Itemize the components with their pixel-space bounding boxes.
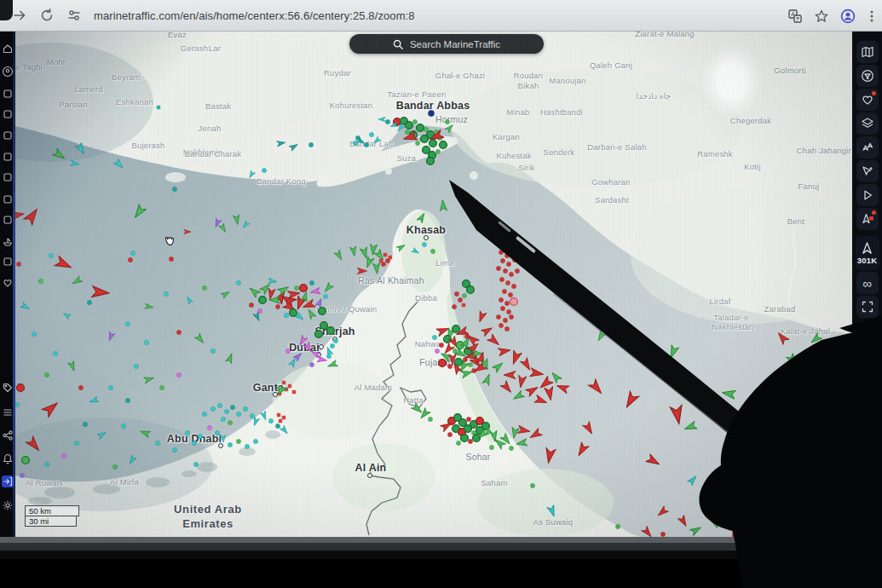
vessel-marker[interactable] — [20, 473, 24, 477]
vessel-marker[interactable] — [259, 297, 267, 304]
vessel-marker[interactable] — [556, 382, 569, 393]
vessel-marker[interactable] — [107, 331, 114, 341]
vessel-marker[interactable] — [236, 280, 240, 285]
vessel-marker[interactable] — [44, 372, 49, 377]
vessel-marker[interactable] — [466, 417, 470, 421]
vessel-marker[interactable] — [428, 110, 435, 118]
vessel-marker[interactable] — [670, 405, 684, 424]
vessel-marker[interactable] — [284, 313, 288, 317]
vessel-marker[interactable] — [159, 385, 164, 389]
vessel-marker[interactable] — [74, 441, 78, 445]
vessel-marker[interactable] — [412, 119, 417, 124]
playback-button[interactable] — [856, 184, 879, 206]
vessel-marker[interactable] — [468, 362, 472, 366]
vessel-marker[interactable] — [444, 336, 452, 343]
vessel-marker[interactable] — [445, 123, 454, 132]
vessel-marker[interactable] — [130, 251, 135, 255]
vessel-marker[interactable] — [516, 375, 526, 388]
vessel-marker[interactable] — [534, 395, 548, 406]
vessel-marker[interactable] — [320, 322, 328, 330]
forward-icon[interactable] — [12, 8, 27, 23]
menu-home-icon[interactable] — [2, 43, 14, 55]
vessel-marker[interactable] — [221, 417, 225, 421]
vessel-marker[interactable] — [53, 351, 57, 355]
vessel-marker[interactable] — [487, 334, 502, 348]
vessel-marker[interactable] — [277, 413, 280, 417]
vessel-marker[interactable] — [821, 363, 828, 373]
vessel-marker[interactable] — [508, 292, 512, 297]
vessel-marker[interactable] — [241, 221, 250, 229]
vessel-marker[interactable] — [447, 432, 452, 436]
vessel-marker[interactable] — [588, 379, 604, 396]
menu-gallery-icon[interactable] — [2, 214, 14, 226]
vessel-marker[interactable] — [221, 290, 231, 298]
vessel-marker[interactable] — [253, 439, 257, 443]
vessel-marker[interactable] — [198, 434, 202, 438]
vessel-marker[interactable] — [268, 278, 277, 284]
vessel-marker[interactable] — [660, 532, 665, 536]
vessel-marker[interactable] — [506, 262, 510, 266]
vessel-marker[interactable] — [417, 211, 427, 222]
vessel-marker[interactable] — [769, 399, 786, 414]
vessel-marker[interactable] — [504, 371, 516, 378]
vessel-marker[interactable] — [547, 505, 557, 518]
vessel-marker[interactable] — [186, 296, 193, 304]
vessel-marker[interactable] — [243, 406, 247, 411]
vessel-marker[interactable] — [289, 357, 297, 367]
vessel-marker[interactable] — [476, 311, 487, 324]
vessel-marker[interactable] — [323, 294, 327, 298]
vessel-marker[interactable] — [526, 384, 540, 397]
vessel-marker[interactable] — [530, 483, 534, 487]
vessel-marker[interactable] — [282, 416, 285, 419]
vessel-marker[interactable] — [193, 462, 198, 466]
vessel-marker[interactable] — [236, 439, 240, 443]
vessel-marker[interactable] — [622, 391, 638, 410]
vessel-marker[interactable] — [500, 258, 504, 262]
vessel-marker[interactable] — [248, 285, 261, 297]
vessel-marker[interactable] — [364, 142, 368, 147]
vessel-marker[interactable] — [282, 381, 285, 384]
vessel-marker[interactable] — [503, 268, 507, 273]
menu-vessel-icon[interactable] — [2, 235, 14, 247]
vessel-marker[interactable] — [544, 448, 556, 464]
vessel-marker[interactable] — [309, 280, 314, 285]
vessel-marker[interactable] — [249, 303, 253, 307]
menu-search-icon[interactable] — [2, 88, 14, 100]
vessel-marker[interactable] — [439, 199, 447, 210]
vessel-marker[interactable] — [176, 372, 181, 377]
vessel-marker[interactable] — [319, 308, 326, 315]
vessel-marker[interactable] — [515, 268, 519, 273]
vessel-marker[interactable] — [722, 389, 736, 400]
vessel-marker[interactable] — [511, 390, 524, 401]
vessel-marker[interactable] — [75, 142, 86, 155]
vessel-marker[interactable] — [378, 117, 385, 122]
menu-account-icon[interactable] — [2, 66, 14, 78]
vessel-marker[interactable] — [447, 364, 452, 368]
menu-login-icon[interactable] — [2, 476, 14, 487]
vessel-marker[interactable] — [108, 385, 112, 389]
vessel-marker[interactable] — [42, 400, 61, 418]
vessel-marker[interactable] — [87, 300, 91, 304]
menu-settings-icon[interactable] — [2, 499, 14, 511]
menu-grid-icon[interactable] — [2, 151, 14, 163]
vessel-marker[interactable] — [422, 242, 426, 246]
menu-share-icon[interactable] — [2, 429, 14, 441]
vessel-marker[interactable] — [89, 396, 98, 404]
menu-pointer-icon[interactable] — [2, 130, 14, 141]
vessel-marker[interactable] — [22, 457, 30, 464]
vessel-marker[interactable] — [68, 360, 78, 372]
vessel-marker[interactable] — [24, 206, 41, 225]
vessel-marker[interactable] — [510, 350, 522, 366]
map-style-button[interactable] — [856, 41, 879, 63]
vessel-marker[interactable] — [385, 119, 389, 124]
vessel-marker[interactable] — [349, 246, 357, 257]
vessel-marker[interactable] — [157, 106, 160, 109]
vessel-marker[interactable] — [504, 326, 509, 331]
site-info-icon[interactable] — [66, 8, 82, 23]
vessel-marker[interactable] — [456, 441, 460, 445]
menu-tag-icon[interactable] — [2, 382, 14, 394]
vessel-marker[interactable] — [550, 371, 562, 383]
vessel-marker[interactable] — [503, 318, 507, 322]
vessel-marker[interactable] — [125, 321, 130, 326]
menu-heart-icon[interactable] — [2, 276, 14, 288]
